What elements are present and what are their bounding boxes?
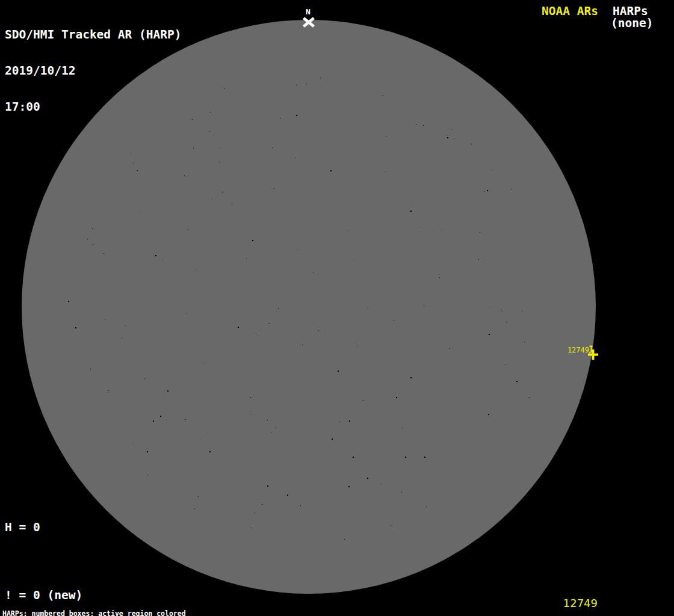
harp-tracking-frame: N SDO/HMI Tracked AR (HARP) 2019/10/12 1… xyxy=(0,0,674,616)
magnetogram-speck xyxy=(160,416,161,417)
magnetogram-speck xyxy=(480,232,480,233)
magnetogram-speck xyxy=(356,260,356,260)
magnetogram-speck xyxy=(298,250,298,250)
magnetogram-speck xyxy=(302,345,303,345)
magnetogram-speck xyxy=(250,397,251,398)
magnetogram-speck xyxy=(506,322,507,322)
magnetogram-speck xyxy=(194,508,195,509)
magnetogram-speck xyxy=(162,260,162,260)
magnetogram-speck xyxy=(209,451,211,452)
magnetogram-speck xyxy=(489,334,490,335)
magnetogram-speck xyxy=(155,255,156,256)
magnetogram-speck xyxy=(320,78,321,78)
magnetogram-speck xyxy=(454,138,454,139)
magnetogram-speck xyxy=(353,457,354,458)
magnetogram-speck xyxy=(368,308,368,309)
magnetogram-speck xyxy=(423,125,424,126)
magnetogram-speck xyxy=(489,307,489,307)
magnetogram-speck xyxy=(447,137,448,138)
magnetogram-speck xyxy=(300,505,301,506)
magnetogram-speck xyxy=(188,229,188,230)
magnetogram-speck xyxy=(272,147,273,148)
magnetogram-speck xyxy=(381,484,382,484)
header: SDO/HMI Tracked AR (HARP) 2019/10/12 17:… xyxy=(5,5,182,137)
magnetogram-speck xyxy=(219,147,220,147)
magnetogram-speck xyxy=(187,313,187,313)
magnetogram-speck xyxy=(276,427,276,428)
magnetogram-speck xyxy=(131,153,131,153)
noaa-ar-cross-icon xyxy=(588,350,598,360)
magnetogram-speck xyxy=(386,136,386,137)
magnetogram-speck xyxy=(280,118,281,119)
magnetogram-speck xyxy=(252,414,252,414)
magnetogram-speck xyxy=(394,320,394,321)
magnetogram-speck xyxy=(252,240,253,241)
magnetogram-speck xyxy=(348,486,350,487)
magnetogram-speck xyxy=(511,189,512,189)
magnetogram-speck xyxy=(250,411,250,411)
magnetogram-speck xyxy=(410,377,412,378)
north-label: N xyxy=(303,8,313,16)
magnetogram-speck xyxy=(339,421,339,422)
magnetogram-speck xyxy=(287,494,288,496)
noaa-ars-heading: NOAA ARs xyxy=(542,5,598,17)
magnetogram-speck xyxy=(147,451,148,452)
observation-time: 17:00 xyxy=(5,101,182,113)
magnetogram-speck xyxy=(396,397,397,398)
magnetogram-speck xyxy=(267,420,268,420)
magnetogram-speck xyxy=(68,301,69,302)
magnetogram-speck xyxy=(200,440,200,440)
magnetogram-speck xyxy=(274,188,274,189)
magnetogram-speck xyxy=(232,203,232,204)
magnetogram-speck xyxy=(349,420,350,422)
observation-date: 2019/10/12 xyxy=(5,65,182,77)
magnetogram-speck xyxy=(471,144,472,144)
magnetogram-speck xyxy=(137,170,138,171)
magnetogram-speck xyxy=(332,439,333,440)
magnetogram-speck xyxy=(501,310,502,310)
magnetogram-speck xyxy=(144,378,145,379)
magnetogram-speck xyxy=(255,512,255,513)
magnetogram-speck xyxy=(222,192,223,192)
magnetogram-speck xyxy=(246,259,247,259)
page-title: SDO/HMI Tracked AR (HARP) xyxy=(5,29,182,41)
magnetogram-speck xyxy=(306,84,307,84)
magnetogram-speck xyxy=(184,175,185,176)
magnetogram-speck xyxy=(338,371,339,372)
magnetogram-speck xyxy=(344,539,345,540)
north-cross-icon xyxy=(302,17,315,28)
magnetogram-speck xyxy=(256,334,256,334)
magnetogram-speck xyxy=(238,327,239,328)
magnetogram-speck xyxy=(278,308,279,309)
magnetogram-speck xyxy=(451,129,451,130)
magnetogram-speck xyxy=(402,428,403,428)
magnetogram-speck xyxy=(134,163,134,164)
legend-harp-count: H = 0 xyxy=(5,522,139,533)
magnetogram-speck xyxy=(204,363,205,363)
legend-spacer xyxy=(5,556,139,567)
magnetogram-speck xyxy=(122,338,122,339)
magnetogram-speck xyxy=(93,244,93,245)
magnetogram-speck xyxy=(330,170,332,171)
noaa-ar-number-bottom: 12749 xyxy=(563,597,598,609)
magnetogram-speck xyxy=(269,323,270,324)
magnetogram-speck xyxy=(196,270,196,270)
footer-note-harps: HARPs: numbered boxes; active region col… xyxy=(2,610,244,616)
magnetogram-speck xyxy=(367,478,368,479)
magnetogram-speck xyxy=(524,342,525,342)
magnetogram-speck xyxy=(224,88,225,89)
magnetogram-speck xyxy=(214,135,214,135)
magnetogram-speck xyxy=(410,211,412,212)
magnetogram-speck xyxy=(478,259,479,260)
magnetogram-speck xyxy=(516,381,518,382)
magnetogram-speck xyxy=(212,199,212,199)
magnetogram-speck xyxy=(296,85,297,85)
magnetogram-speck xyxy=(267,485,268,487)
magnetogram-speck xyxy=(424,457,425,458)
magnetogram-speck xyxy=(439,277,440,278)
magnetogram-speck xyxy=(295,158,296,158)
magnetogram-speck xyxy=(296,115,297,116)
magnetogram-speck xyxy=(357,346,357,346)
magnetogram-speck xyxy=(125,325,126,325)
magnetogram-speck xyxy=(348,230,348,231)
